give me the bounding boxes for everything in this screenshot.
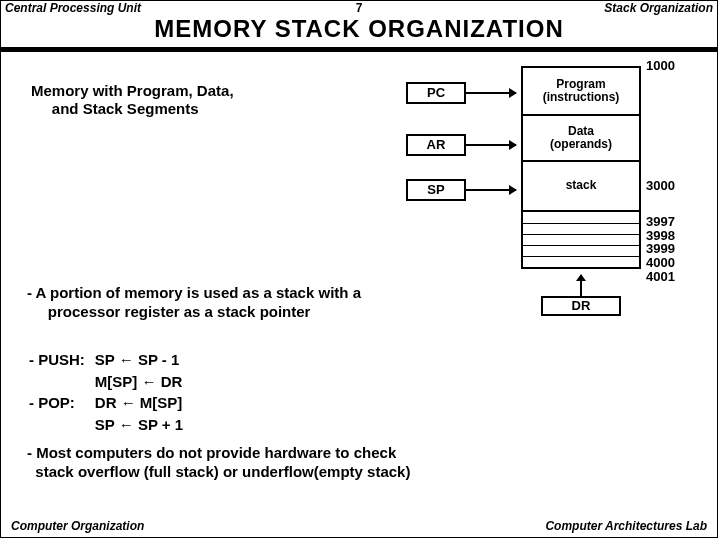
addr-row: 3997	[646, 215, 675, 229]
program-label-1: Program	[556, 77, 605, 91]
dr-register: DR	[541, 296, 621, 316]
subtitle-line1: Memory with Program, Data,	[31, 82, 234, 99]
memory-column: Program (instructions) Data (operands) s…	[521, 66, 641, 269]
address-3000: 3000	[646, 178, 675, 193]
stack-row	[523, 234, 639, 245]
data-label-2: (operands)	[550, 137, 612, 151]
addr-row: 3999	[646, 242, 675, 256]
stack-row	[523, 245, 639, 256]
bullet1-line2: processor register as a stack pointer	[48, 303, 311, 320]
header: Central Processing Unit 7 Stack Organiza…	[1, 1, 717, 17]
header-right: Stack Organization	[604, 1, 713, 15]
bullet2-line2: stack overflow (full stack) or underflow…	[35, 463, 410, 480]
footer: Computer Organization Computer Architect…	[1, 519, 717, 533]
pop-op1: DR ← M[SP]	[95, 393, 191, 413]
content-area: Memory with Program, Data, and Stack Seg…	[1, 52, 717, 522]
stack-row	[523, 212, 639, 223]
arrow-sp	[466, 189, 516, 191]
bullet-stack-desc: - A portion of memory is used as a stack…	[27, 284, 507, 322]
bullet1-line1: - A portion of memory is used as a stack…	[27, 284, 361, 301]
stack-row	[523, 256, 639, 267]
bullet2-line1: - Most computers do not provide hardware…	[27, 444, 396, 461]
stack-label: stack	[560, 179, 603, 192]
pc-register: PC	[406, 82, 466, 104]
subtitle-line2: and Stack Segments	[52, 100, 199, 117]
operations-table: - PUSH: SP ← SP - 1 M[SP] ← DR - POP: DR…	[27, 348, 193, 436]
data-segment: Data (operands)	[521, 116, 641, 162]
footer-right: Computer Architectures Lab	[545, 519, 707, 533]
subtitle: Memory with Program, Data, and Stack Seg…	[31, 82, 234, 118]
data-label-1: Data	[568, 124, 594, 138]
program-segment: Program (instructions)	[521, 66, 641, 116]
stack-rows	[521, 212, 641, 269]
stack-row	[523, 223, 639, 234]
addr-row: 3998	[646, 229, 675, 243]
arrow-pc	[466, 92, 516, 94]
push-op2: M[SP] ← DR	[95, 372, 191, 392]
pop-op2: SP ← SP + 1	[95, 415, 191, 435]
slide: Central Processing Unit 7 Stack Organiza…	[0, 0, 718, 538]
addr-row: 4000	[646, 256, 675, 270]
program-label-2: (instructions)	[543, 90, 620, 104]
push-label: - PUSH:	[29, 350, 93, 370]
footer-left: Computer Organization	[11, 519, 144, 533]
bullet-overflow: - Most computers do not provide hardware…	[27, 444, 587, 482]
stack-segment: stack	[521, 162, 641, 212]
address-list: 3997 3998 3999 4000 4001	[646, 215, 675, 283]
push-op1: SP ← SP - 1	[95, 350, 191, 370]
addr-row: 4001	[646, 270, 675, 284]
pop-label: - POP:	[29, 393, 93, 413]
sp-register: SP	[406, 179, 466, 201]
address-1000: 1000	[646, 58, 675, 73]
arrow-ar	[466, 144, 516, 146]
slide-title: MEMORY STACK ORGANIZATION	[1, 15, 717, 43]
header-left: Central Processing Unit	[5, 1, 141, 15]
ar-register: AR	[406, 134, 466, 156]
dr-connector	[580, 275, 582, 296]
page-number: 7	[356, 1, 363, 15]
